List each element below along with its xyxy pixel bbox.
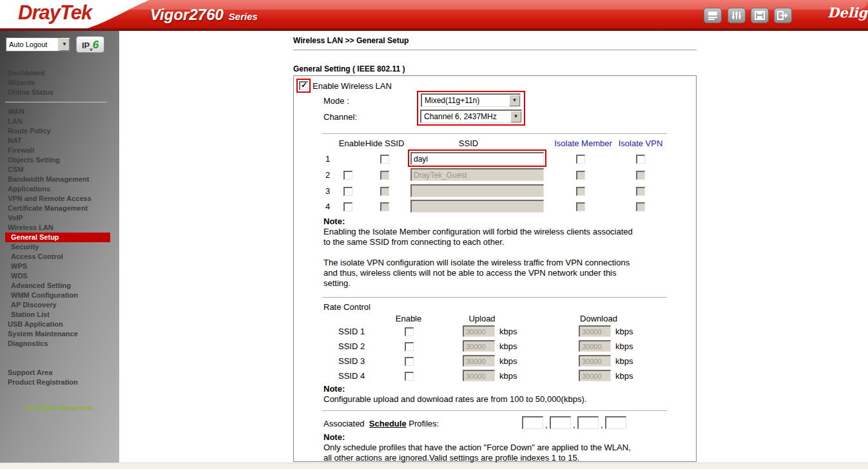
sidebar-item-objects-setting[interactable]: Objects Setting bbox=[0, 155, 119, 165]
chevron-down-icon[interactable]: ▼ bbox=[510, 111, 521, 122]
schedule-profile-input-3[interactable] bbox=[577, 416, 599, 429]
hide-ssid-checkbox-1[interactable] bbox=[380, 155, 389, 164]
schedule-separator: , bbox=[573, 420, 575, 430]
sidebar-item-wps[interactable]: WPS bbox=[0, 262, 119, 271]
kbps-unit: kbps bbox=[615, 371, 633, 381]
sidebar-item-general-setup[interactable]: General Setup bbox=[5, 233, 110, 242]
page-title: General Setting ( IEEE 802.11 ) bbox=[293, 64, 405, 73]
enable-ssid-checkbox-4[interactable] bbox=[343, 202, 352, 211]
note1-line: and thus, wireless clients will not be a… bbox=[323, 268, 617, 278]
chevron-down-icon[interactable]: ▼ bbox=[509, 95, 520, 106]
ipv6-button[interactable]: IPv6 bbox=[76, 36, 104, 53]
isolate-vpn-checkbox-1[interactable] bbox=[636, 155, 645, 164]
sidebar-item-usb-application[interactable]: USB Application bbox=[0, 320, 119, 329]
sliders-icon[interactable] bbox=[728, 8, 746, 23]
schedule-separator: , bbox=[545, 420, 548, 430]
sidebar-item-firewall[interactable]: Firewall bbox=[0, 146, 119, 155]
note2-title: Note: bbox=[323, 384, 345, 394]
isolate-member-checkbox-1[interactable] bbox=[576, 155, 585, 164]
copyright-text: All Rights Reserved. bbox=[0, 404, 119, 412]
schedule-suffix: Profiles: bbox=[409, 419, 439, 428]
rate-col-upload: Upload bbox=[468, 314, 495, 323]
note3-line: all other actions are ignored.Valid sett… bbox=[323, 453, 579, 463]
sidebar-item-route-policy[interactable]: Route Policy bbox=[0, 126, 119, 136]
rate-enable-checkbox-3[interactable] bbox=[405, 357, 414, 366]
sidebar-item-certificate-management[interactable]: Certificate Management bbox=[0, 204, 119, 213]
box-divider-1 bbox=[322, 133, 667, 134]
rate-col-enable: Enable bbox=[396, 314, 421, 323]
rate-row-label: SSID 2 bbox=[338, 341, 365, 351]
schedule-profiles-label: Associated Schedule Profiles: bbox=[323, 419, 439, 428]
sidebar-item-advanced-setting[interactable]: Advanced Setting bbox=[0, 281, 119, 291]
download-input-1 bbox=[579, 325, 611, 337]
schedule-link[interactable]: Schedule bbox=[369, 419, 407, 428]
sidebar-item-online-status[interactable]: Online Status bbox=[0, 88, 119, 97]
ssid-row-index: 3 bbox=[325, 186, 330, 196]
ssid-col-ssid: SSID bbox=[459, 139, 478, 148]
sliders-icon-glyph bbox=[731, 11, 742, 20]
schedule-profile-input-1[interactable] bbox=[522, 416, 543, 429]
sidebar-item-voip[interactable]: VoIP bbox=[0, 213, 119, 223]
mode-select[interactable]: Mixed(11g+11n) ▼ bbox=[421, 93, 521, 107]
sidebar-item-wmm-configuration[interactable]: WMM Configuration bbox=[0, 291, 119, 300]
ipv6-text: IP bbox=[82, 41, 90, 50]
rate-enable-checkbox-2[interactable] bbox=[405, 342, 414, 351]
ssid-row-index: 1 bbox=[325, 154, 330, 164]
sidebar-item-wireless-lan[interactable]: Wireless LAN bbox=[0, 223, 119, 233]
schedule-profile-input-2[interactable] bbox=[550, 416, 571, 429]
sidebar-item-csm[interactable]: CSM bbox=[0, 165, 119, 175]
sidebar-menu: Dashboard Wizards Online Status WAN LAN … bbox=[0, 68, 119, 412]
horizontal-scrollbar[interactable] bbox=[0, 463, 868, 469]
kbps-unit: kbps bbox=[615, 356, 633, 366]
sidebar-item-vpn-remote-access[interactable]: VPN and Remote Access bbox=[0, 194, 119, 204]
channel-select[interactable]: Channel 6, 2437MHz ▼ bbox=[420, 110, 522, 123]
kbps-unit: kbps bbox=[615, 341, 633, 351]
rate-enable-checkbox-1[interactable] bbox=[405, 327, 414, 336]
sidebar-item-bandwidth-management[interactable]: Bandwidth Management bbox=[0, 175, 119, 184]
product-title: Vigor2760Series bbox=[150, 6, 258, 24]
sidebar-item-applications[interactable]: Applications bbox=[0, 184, 119, 194]
enable-ssid-checkbox-3[interactable] bbox=[343, 187, 352, 196]
sidebar-item-system-maintenance[interactable]: System Maintenance bbox=[0, 329, 119, 339]
kbps-unit: kbps bbox=[615, 327, 633, 336]
ssid-col-isolate-member: Isolate Member bbox=[554, 139, 612, 148]
sidebar-item-ap-discovery[interactable]: AP Discovery bbox=[0, 300, 119, 310]
panels-icon[interactable] bbox=[704, 8, 722, 23]
auto-logout-select[interactable]: Auto Logout ▼ bbox=[6, 37, 70, 52]
isolate-member-checkbox-3 bbox=[576, 187, 585, 196]
sidebar-item-security[interactable]: Security bbox=[0, 242, 119, 252]
kbps-unit: kbps bbox=[499, 341, 517, 351]
sidebar-item-access-control[interactable]: Access Control bbox=[0, 252, 119, 262]
sidebar-item-product-registration[interactable]: Product Registration bbox=[0, 378, 119, 387]
upload-input-4 bbox=[463, 370, 495, 381]
logout-icon[interactable] bbox=[774, 8, 792, 23]
sidebar-item-support-area[interactable]: Support Area bbox=[0, 368, 119, 378]
enable-ssid-checkbox-2[interactable] bbox=[343, 171, 352, 180]
save-icon[interactable] bbox=[751, 8, 769, 23]
box-divider-2 bbox=[322, 297, 667, 298]
upload-input-2 bbox=[463, 340, 495, 352]
ipv6-num: 6 bbox=[93, 39, 99, 51]
isolate-member-checkbox-4 bbox=[576, 202, 585, 211]
sidebar-item-wan[interactable]: WAN bbox=[0, 107, 119, 117]
ssid-input-3 bbox=[410, 184, 544, 197]
ssid-input-1[interactable] bbox=[410, 152, 544, 165]
ssid-row-index: 2 bbox=[325, 170, 330, 180]
sidebar-item-lan[interactable]: LAN bbox=[0, 117, 119, 126]
sidebar-item-wds[interactable]: WDS bbox=[0, 271, 119, 281]
rate-row-label: SSID 1 bbox=[338, 327, 365, 336]
sidebar-item-dashboard[interactable]: Dashboard bbox=[0, 68, 119, 78]
rate-enable-checkbox-4[interactable] bbox=[405, 372, 414, 381]
slogan-script: Delig bbox=[827, 5, 867, 21]
enable-wireless-lan-checkbox[interactable] bbox=[299, 81, 308, 90]
rate-row-label: SSID 4 bbox=[338, 371, 365, 381]
sidebar-item-wizards[interactable]: Wizards bbox=[0, 78, 119, 88]
sidebar-item-diagnostics[interactable]: Diagnostics bbox=[0, 339, 119, 349]
sidebar-item-station-list[interactable]: Station List bbox=[0, 310, 119, 320]
sidebar-item-nat[interactable]: NAT bbox=[0, 136, 119, 146]
chevron-down-icon[interactable]: ▼ bbox=[59, 38, 70, 51]
schedule-profile-input-4[interactable] bbox=[605, 416, 626, 429]
isolate-vpn-checkbox-2 bbox=[636, 171, 645, 180]
upload-input-1 bbox=[463, 325, 495, 337]
note2-line: Configurable upload and download rates a… bbox=[323, 394, 586, 404]
